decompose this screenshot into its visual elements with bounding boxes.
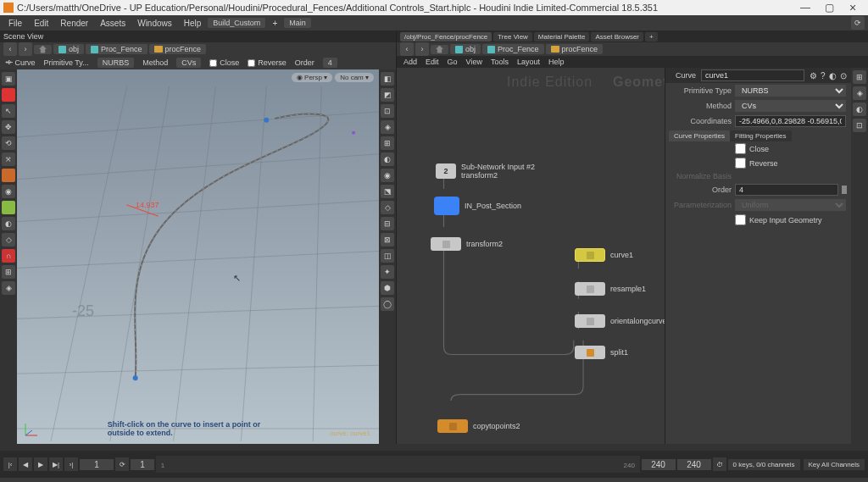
tab-add[interactable]: + (645, 32, 658, 42)
disp-a-icon[interactable]: ◧ (381, 72, 394, 86)
netmenu-tools[interactable]: Tools (491, 58, 509, 66)
order-field[interactable]: 4 (323, 58, 337, 68)
disp-l-icon[interactable]: ◫ (381, 249, 394, 263)
disp-e-icon[interactable]: ⊞ (381, 136, 394, 150)
order-param[interactable] (735, 184, 838, 196)
scene-view-tab[interactable]: Scene View (0, 30, 396, 42)
tool-orange-icon[interactable] (2, 169, 15, 182)
camera-toggle[interactable]: No cam ▾ (335, 73, 374, 82)
tool-arrow-icon[interactable]: ↖ (2, 104, 15, 118)
tab-matpal[interactable]: Material Palette (534, 32, 590, 42)
method-param[interactable]: CVs (735, 100, 846, 112)
frame-end2[interactable]: 240 (677, 459, 711, 470)
tab-curve-props[interactable]: Curve Properties (669, 130, 730, 141)
node-copytopoints[interactable]: copytopoints2 (437, 419, 520, 433)
bc-folder[interactable]: procFence (149, 44, 207, 54)
timeline-scrub[interactable] (0, 444, 868, 451)
close-param[interactable] (735, 143, 746, 154)
minimize-button[interactable]: — (793, 0, 817, 15)
netmenu-edit[interactable]: Edit (426, 58, 439, 66)
viewport-3d[interactable]: ◉ Persp ▾ No cam ▾ 14.937 -25 ↖ Shift-cl… (17, 69, 379, 444)
menu-help[interactable]: Help (179, 17, 207, 30)
maximize-button[interactable]: ▢ (817, 0, 841, 15)
menu-assets[interactable]: Assets (95, 17, 131, 30)
reverse-checkbox[interactable]: Reverse (248, 58, 287, 67)
tool-green-icon[interactable] (2, 201, 15, 214)
tool-rotate-icon[interactable]: ⟲ (2, 136, 15, 150)
gear-icon[interactable]: ⚙ (810, 71, 817, 80)
menu-windows[interactable]: Windows (132, 17, 177, 30)
play-start-icon[interactable]: |‹ (3, 457, 17, 471)
keys-status[interactable]: 0 keys, 0/0 channels (728, 459, 800, 470)
nettool-d-icon[interactable]: ⊡ (853, 119, 866, 132)
frame-start[interactable]: 1 (131, 459, 154, 470)
tool-a-icon[interactable]: ◉ (2, 185, 15, 198)
tool-move-icon[interactable]: ✥ (2, 120, 15, 134)
desktop-build[interactable]: Build_Custom (208, 18, 265, 28)
disp-n-icon[interactable]: ⬢ (381, 281, 394, 295)
update-mode-icon[interactable]: ⟳ (851, 16, 865, 30)
nettool-c-icon[interactable]: ◐ (853, 102, 866, 116)
tool-select-icon[interactable]: ▣ (2, 72, 15, 86)
net-bc-proc[interactable]: Proc_Fence (482, 44, 544, 54)
bc-home[interactable] (34, 45, 52, 54)
desktop-add[interactable]: + (267, 19, 282, 28)
tool-b-icon[interactable]: ◐ (2, 217, 15, 230)
net-bc-home[interactable] (431, 45, 448, 54)
primtype-param[interactable]: NURBS (735, 85, 846, 97)
key-all-button[interactable]: Key All Channels (804, 459, 865, 470)
timeline-ruler[interactable]: 1 240 (156, 456, 640, 473)
netmenu-add[interactable]: Add (403, 58, 417, 66)
tool-d-icon[interactable]: ⊞ (2, 265, 15, 279)
frame-current[interactable]: 1 (80, 459, 114, 470)
net-fwd-icon[interactable]: › (415, 42, 429, 56)
tab-treeview[interactable]: Tree View (493, 32, 532, 42)
info-icon[interactable]: ◐ (829, 71, 837, 80)
netmenu-go[interactable]: Go (448, 58, 458, 66)
order-slider[interactable] (842, 188, 846, 191)
disp-c-icon[interactable]: ⊡ (381, 104, 394, 118)
pin-icon[interactable]: ⊙ (840, 71, 847, 80)
method-combo[interactable]: CVs (176, 58, 201, 68)
node-split1[interactable]: split1 (575, 346, 628, 359)
path-chip[interactable]: /obj/Proc_Fence/procFence (400, 32, 492, 42)
disp-i-icon[interactable]: ◇ (381, 201, 394, 214)
persp-toggle[interactable]: ◉ Persp ▾ (292, 73, 332, 82)
disp-d-icon[interactable]: ◈ (381, 120, 394, 134)
coord-param[interactable] (735, 115, 846, 127)
disp-o-icon[interactable]: ◯ (381, 297, 394, 311)
frame-end[interactable]: 240 (642, 459, 676, 470)
disp-k-icon[interactable]: ⊠ (381, 233, 394, 247)
bc-proc[interactable]: Proc_Fence (86, 44, 147, 54)
disp-j-icon[interactable]: ⊟ (381, 217, 394, 230)
loop-icon[interactable]: ⟳ (115, 457, 129, 471)
tab-assetbrowser[interactable]: Asset Browser (591, 32, 643, 42)
node-subnet-input[interactable]: 2 Sub-Network Input #2 transform2 (436, 163, 535, 180)
netmenu-view[interactable]: View (466, 58, 482, 66)
play-prev-icon[interactable]: ◀ (19, 457, 32, 471)
nettool-b-icon[interactable]: ◈ (853, 86, 866, 100)
keep-input-param[interactable] (735, 214, 746, 225)
net-bc-folder[interactable]: procFence (546, 44, 604, 54)
disp-g-icon[interactable]: ◉ (381, 169, 394, 182)
node-transform2[interactable]: transform2 (431, 237, 503, 251)
primtype-combo[interactable]: NURBS (97, 58, 135, 68)
disp-h-icon[interactable]: ⬔ (381, 185, 394, 198)
node-in-post[interactable]: IN_Post_Section (434, 197, 521, 215)
close-button[interactable]: × (841, 0, 865, 15)
tool-c-icon[interactable]: ◇ (2, 233, 15, 247)
disp-b-icon[interactable]: ◩ (381, 88, 394, 102)
disp-m-icon[interactable]: ✦ (381, 265, 394, 279)
tool-red-icon[interactable] (2, 88, 15, 102)
net-bc-obj[interactable]: obj (450, 44, 481, 54)
play-icon[interactable]: ▶ (34, 457, 47, 471)
net-back-icon[interactable]: ‹ (400, 42, 414, 56)
node-orient[interactable]: orientalongcurve1 (575, 314, 665, 328)
menu-render[interactable]: Render (55, 17, 93, 30)
close-checkbox[interactable]: Close (209, 58, 239, 67)
disp-f-icon[interactable]: ◐ (381, 152, 394, 166)
tool-scale-icon[interactable]: ⤧ (2, 152, 15, 166)
tab-fitting-props[interactable]: Fitting Properties (730, 130, 791, 141)
netmenu-help[interactable]: Help (548, 58, 565, 66)
desktop-main[interactable]: Main (284, 18, 311, 28)
